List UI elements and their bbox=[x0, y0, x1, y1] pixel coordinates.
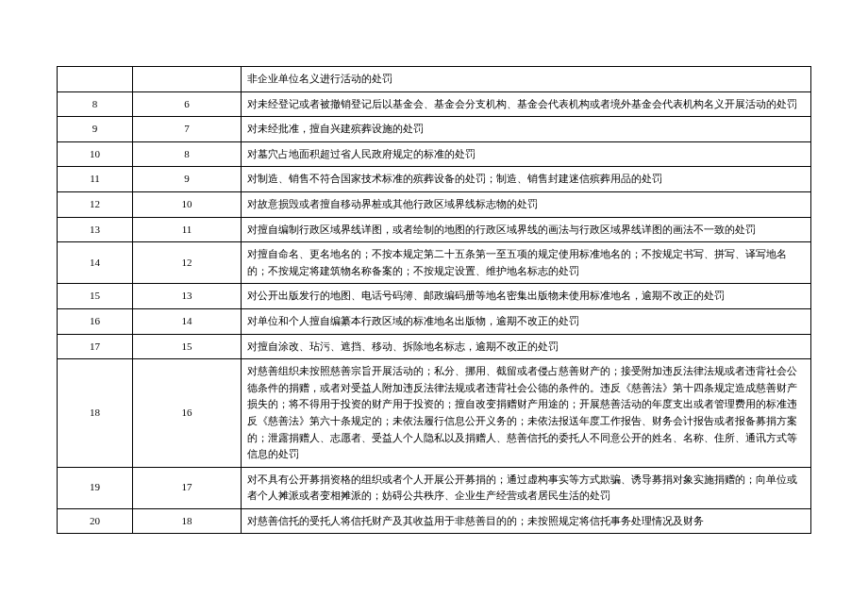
table-row: 1210对故意损毁或者擅自移动界桩或其他行政区域界线标志物的处罚 bbox=[58, 191, 811, 217]
col-subindex: 15 bbox=[133, 334, 242, 359]
col-index: 12 bbox=[58, 191, 133, 217]
col-index: 13 bbox=[58, 217, 133, 242]
table-row: 119对制造、销售不符合国家技术标准的殡葬设备的处罚；制造、销售封建迷信殡葬用品… bbox=[58, 167, 811, 192]
table-row: 1917对不具有公开募捐资格的组织或者个人开展公开募捐的；通过虚构事实等方式欺骗… bbox=[58, 467, 811, 508]
col-description: 对慈善信托的受托人将信托财产及其收益用于非慈善目的的；未按照规定将信托事务处理情… bbox=[242, 508, 811, 534]
col-subindex: 18 bbox=[133, 508, 242, 534]
col-index: 8 bbox=[58, 91, 133, 117]
col-index: 15 bbox=[58, 284, 133, 309]
table-row: 1311对擅自编制行政区域界线详图，或者绘制的地图的行政区域界线的画法与行政区域… bbox=[58, 217, 811, 242]
col-subindex: 6 bbox=[133, 91, 242, 117]
col-description: 对单位和个人擅自编纂本行政区域的标准地名出版物，逾期不改正的处罚 bbox=[242, 308, 811, 334]
col-index: 11 bbox=[58, 167, 133, 192]
col-description: 对擅自编制行政区域界线详图，或者绘制的地图的行政区域界线的画法与行政区域界线详图… bbox=[242, 217, 811, 242]
col-description: 对墓穴占地面积超过省人民政府规定的标准的处罚 bbox=[242, 141, 811, 167]
col-description: 对未经批准，擅自兴建殡葬设施的处罚 bbox=[242, 117, 811, 142]
col-description: 对擅自涂改、玷污、遮挡、移动、拆除地名标志，逾期不改正的处罚 bbox=[242, 334, 811, 359]
table-row: 86对未经登记或者被撤销登记后以基金会、基金会分支机构、基金会代表机构或者境外基… bbox=[58, 91, 811, 117]
col-description: 对擅自命名、更名地名的；不按本规定第二十五条第一至五项的规定使用标准地名的；不按… bbox=[242, 242, 811, 284]
col-subindex: 14 bbox=[133, 308, 242, 334]
table-row: 1513对公开出版发行的地图、电话号码簿、邮政编码册等地名密集出版物未使用标准地… bbox=[58, 284, 811, 309]
table-row: 1412对擅自命名、更名地名的；不按本规定第二十五条第一至五项的规定使用标准地名… bbox=[58, 242, 811, 284]
table-row: 108对墓穴占地面积超过省人民政府规定的标准的处罚 bbox=[58, 141, 811, 167]
col-subindex: 17 bbox=[133, 467, 242, 508]
table-row: 1816对慈善组织未按照慈善宗旨开展活动的；私分、挪用、截留或者侵占慈善财产的；… bbox=[58, 359, 811, 468]
col-index: 17 bbox=[58, 334, 133, 359]
col-index: 10 bbox=[58, 141, 133, 167]
col-subindex: 16 bbox=[133, 359, 242, 468]
col-index: 20 bbox=[58, 508, 133, 534]
col-description: 对不具有公开募捐资格的组织或者个人开展公开募捐的；通过虚构事实等方式欺骗、诱导募… bbox=[242, 467, 811, 508]
table-row: 97对未经批准，擅自兴建殡葬设施的处罚 bbox=[58, 117, 811, 142]
col-index: 16 bbox=[58, 308, 133, 334]
col-subindex: 13 bbox=[133, 284, 242, 309]
col-description: 对制造、销售不符合国家技术标准的殡葬设备的处罚；制造、销售封建迷信殡葬用品的处罚 bbox=[242, 167, 811, 192]
col-description: 非企业单位名义进行活动的处罚 bbox=[242, 67, 811, 92]
penalty-table: 非企业单位名义进行活动的处罚86对未经登记或者被撤销登记后以基金会、基金会分支机… bbox=[57, 66, 811, 534]
col-description: 对故意损毁或者擅自移动界桩或其他行政区域界线标志物的处罚 bbox=[242, 191, 811, 217]
col-index: 9 bbox=[58, 117, 133, 142]
col-index bbox=[58, 67, 133, 92]
table-row: 1614对单位和个人擅自编纂本行政区域的标准地名出版物，逾期不改正的处罚 bbox=[58, 308, 811, 334]
col-subindex: 7 bbox=[133, 117, 242, 142]
col-description: 对未经登记或者被撤销登记后以基金会、基金会分支机构、基金会代表机构或者境外基金会… bbox=[242, 91, 811, 117]
col-index: 18 bbox=[58, 359, 133, 468]
col-subindex: 11 bbox=[133, 217, 242, 242]
col-subindex bbox=[133, 67, 242, 92]
col-subindex: 9 bbox=[133, 167, 242, 192]
table-row: 非企业单位名义进行活动的处罚 bbox=[58, 67, 811, 92]
col-description: 对慈善组织未按照慈善宗旨开展活动的；私分、挪用、截留或者侵占慈善财产的；接受附加… bbox=[242, 359, 811, 468]
col-subindex: 12 bbox=[133, 242, 242, 284]
col-index: 19 bbox=[58, 467, 133, 508]
col-subindex: 8 bbox=[133, 141, 242, 167]
col-index: 14 bbox=[58, 242, 133, 284]
col-description: 对公开出版发行的地图、电话号码簿、邮政编码册等地名密集出版物未使用标准地名，逾期… bbox=[242, 284, 811, 309]
table-row: 1715对擅自涂改、玷污、遮挡、移动、拆除地名标志，逾期不改正的处罚 bbox=[58, 334, 811, 359]
col-subindex: 10 bbox=[133, 191, 242, 217]
table-row: 2018对慈善信托的受托人将信托财产及其收益用于非慈善目的的；未按照规定将信托事… bbox=[58, 508, 811, 534]
